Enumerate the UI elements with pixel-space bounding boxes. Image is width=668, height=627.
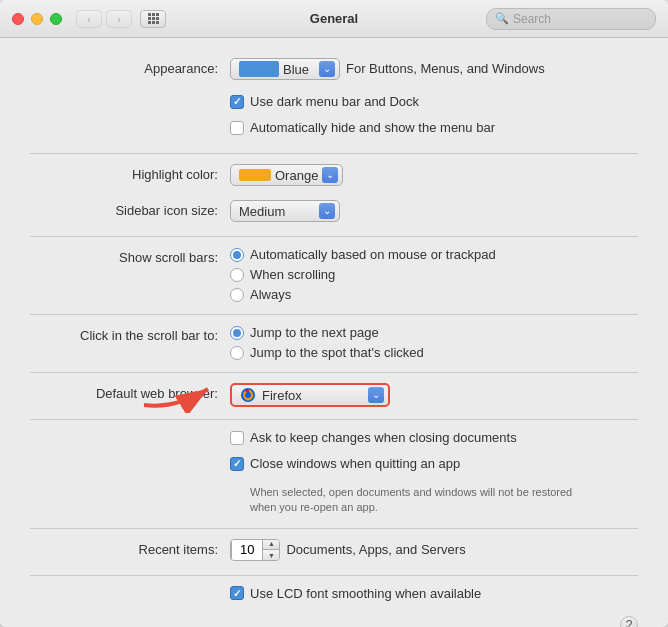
stepper-up-button[interactable]: ▲ [263,539,279,550]
titlebar: ‹ › General 🔍 [0,0,668,38]
orange-color-swatch [239,169,271,181]
click-scroll-control: Jump to the next page Jump to the spot t… [230,325,638,360]
grid-button[interactable] [140,10,166,28]
click-scroll-label: Click in the scroll bar to: [30,325,230,347]
scroll-auto-radio[interactable] [230,248,244,262]
close-windows-checkbox-row: Close windows when quitting an app [230,456,590,471]
click-scroll-spot-label: Jump to the spot that's clicked [250,345,424,360]
scroll-bars-radio-group: Automatically based on mouse or trackpad… [230,247,496,302]
lcd-font-control: Use LCD font smoothing when available [230,586,638,607]
scroll-auto-row: Automatically based on mouse or trackpad [230,247,496,262]
scroll-bars-label: Show scroll bars: [30,247,230,269]
ask-changes-row: Ask to keep changes when closing documen… [30,430,638,516]
preferences-window: ‹ › General 🔍 Appearance: B [0,0,668,627]
nav-buttons: ‹ › [76,10,132,28]
highlight-color-control: Orange [230,164,638,186]
click-scroll-next-label: Jump to the next page [250,325,379,340]
recent-items-label: Recent items: [30,539,230,561]
scroll-when-scrolling-label: When scrolling [250,267,335,282]
dark-menu-control: Use dark menu bar and Dock Automatically… [230,94,638,141]
browser-row: Default web browser: [30,383,638,407]
separator-4 [30,372,638,373]
dark-menu-checkbox[interactable] [230,95,244,109]
highlight-color-row: Highlight color: Orange [30,164,638,188]
forward-button[interactable]: › [106,10,132,28]
stepper-down-button[interactable]: ▼ [263,550,279,561]
close-windows-checkbox[interactable] [230,457,244,471]
window-title: General [310,11,358,26]
close-windows-text: Close windows when quitting an app [250,456,460,471]
recent-items-value: 10 [231,539,263,561]
recent-items-control: 10 ▲ ▼ Documents, Apps, and Servers [230,539,638,561]
lcd-font-checkbox-row: Use LCD font smoothing when available [230,586,481,601]
recent-items-stepper[interactable]: 10 ▲ ▼ [230,539,280,561]
browser-control: Firefox [230,383,638,407]
click-scroll-next-row: Jump to the next page [230,325,424,340]
click-scroll-radio-group: Jump to the next page Jump to the spot t… [230,325,424,360]
scroll-always-label: Always [250,287,291,302]
ask-changes-checkbox[interactable] [230,431,244,445]
sidebar-icon-control: Medium [230,200,638,222]
scroll-bars-row: Show scroll bars: Automatically based on… [30,247,638,302]
appearance-dropdown[interactable]: Blue [230,58,340,80]
separator-6 [30,528,638,529]
appearance-description: For Buttons, Menus, and Windows [346,58,545,80]
browser-dropdown[interactable]: Firefox [230,383,390,407]
scroll-when-scrolling-radio[interactable] [230,268,244,282]
lcd-font-checkbox[interactable] [230,586,244,600]
click-scroll-row: Click in the scroll bar to: Jump to the … [30,325,638,360]
content-area: Appearance: Blue For Buttons, Menus, and… [0,38,668,627]
separator-3 [30,314,638,315]
maximize-button[interactable] [50,13,62,25]
traffic-lights [12,13,62,25]
back-button[interactable]: ‹ [76,10,102,28]
auto-hide-checkbox[interactable] [230,121,244,135]
grid-icon [148,13,159,24]
click-scroll-spot-row: Jump to the spot that's clicked [230,345,424,360]
appearance-dropdown-value: Blue [283,62,315,77]
search-icon: 🔍 [495,12,509,25]
browser-label: Default web browser: [30,383,230,405]
recent-items-row: Recent items: 10 ▲ ▼ Documents, Apps, an… [30,539,638,563]
search-box[interactable]: 🔍 [486,8,656,30]
highlight-color-value: Orange [275,168,318,183]
auto-hide-text: Automatically hide and show the menu bar [250,120,495,135]
sidebar-icon-value: Medium [239,204,315,219]
dark-menu-text: Use dark menu bar and Dock [250,94,419,109]
firefox-icon [240,387,256,403]
close-windows-info: When selected, open documents and window… [250,485,590,516]
lcd-font-text: Use LCD font smoothing when available [250,586,481,601]
appearance-dropdown-arrow [319,61,335,77]
dark-menu-row: Use dark menu bar and Dock Automatically… [30,94,638,141]
sidebar-icon-row: Sidebar icon size: Medium [30,200,638,224]
ask-changes-checkbox-row: Ask to keep changes when closing documen… [230,430,590,445]
scroll-always-row: Always [230,287,496,302]
click-scroll-next-radio[interactable] [230,326,244,340]
search-input[interactable] [513,12,647,26]
highlight-color-label: Highlight color: [30,164,230,186]
scroll-when-scrolling-row: When scrolling [230,267,496,282]
blue-color-swatch [239,61,279,77]
separator-2 [30,236,638,237]
separator-1 [30,153,638,154]
highlight-color-dropdown[interactable]: Orange [230,164,343,186]
appearance-control: Blue For Buttons, Menus, and Windows [230,58,638,80]
close-button[interactable] [12,13,24,25]
dark-menu-checkbox-row: Use dark menu bar and Dock [230,94,495,109]
click-scroll-spot-radio[interactable] [230,346,244,360]
minimize-button[interactable] [31,13,43,25]
sidebar-icon-dropdown[interactable]: Medium [230,200,340,222]
separator-7 [30,575,638,576]
separator-5 [30,419,638,420]
browser-dropdown-value: Firefox [262,388,364,403]
highlight-color-arrow [322,167,338,183]
scroll-always-radio[interactable] [230,288,244,302]
appearance-row: Appearance: Blue For Buttons, Menus, and… [30,58,638,82]
scroll-auto-label: Automatically based on mouse or trackpad [250,247,496,262]
auto-hide-checkbox-row: Automatically hide and show the menu bar [230,120,495,135]
sidebar-icon-arrow [319,203,335,219]
appearance-label: Appearance: [30,58,230,80]
sidebar-icon-label: Sidebar icon size: [30,200,230,222]
settings-content: Appearance: Blue For Buttons, Menus, and… [0,38,668,627]
browser-dropdown-arrow [368,387,384,403]
